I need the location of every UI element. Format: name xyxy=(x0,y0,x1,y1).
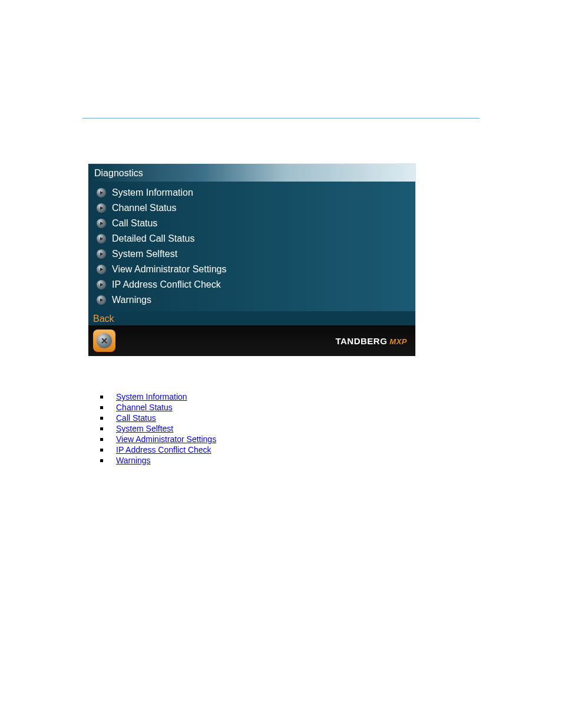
link-warnings[interactable]: Warnings xyxy=(116,455,151,466)
brand-sub: MXP xyxy=(389,337,407,346)
menu-item-label: View Administrator Settings xyxy=(112,262,226,277)
svg-marker-0 xyxy=(100,191,103,195)
menu-item-system-selftest[interactable]: System Selftest xyxy=(95,246,412,262)
links-list: System Information Channel Status Call S… xyxy=(100,391,216,466)
svg-marker-6 xyxy=(100,283,103,286)
svg-marker-4 xyxy=(100,252,103,256)
link-view-admin-settings[interactable]: View Administrator Settings xyxy=(116,434,216,444)
link-system-selftest[interactable]: System Selftest xyxy=(116,423,173,434)
link-system-information[interactable]: System Information xyxy=(116,391,187,402)
play-bullet-icon xyxy=(97,203,106,213)
play-bullet-icon xyxy=(97,234,106,243)
back-button[interactable] xyxy=(93,330,115,352)
menu-item-label: System Selftest xyxy=(112,246,177,262)
menu-item-label: IP Address Conflict Check xyxy=(112,277,221,292)
bottom-bar: TANDBERG MXP xyxy=(88,325,415,356)
panel-body: System Information Channel Status Call S… xyxy=(88,182,415,311)
panel-title: Diagnostics xyxy=(94,168,143,179)
panel-title-bar: Diagnostics xyxy=(88,164,415,182)
menu-item-warnings[interactable]: Warnings xyxy=(95,292,412,308)
list-item: IP Address Conflict Check xyxy=(100,444,216,455)
svg-marker-5 xyxy=(100,268,103,271)
square-bullet-icon xyxy=(100,406,103,409)
back-label: Back xyxy=(88,311,415,325)
link-channel-status[interactable]: Channel Status xyxy=(116,402,173,413)
brand-main: TANDBERG xyxy=(335,336,387,346)
square-bullet-icon xyxy=(100,459,103,462)
menu-item-channel-status[interactable]: Channel Status xyxy=(95,200,412,216)
list-item: View Administrator Settings xyxy=(100,434,216,444)
horizontal-rule xyxy=(82,118,480,118)
link-call-status[interactable]: Call Status xyxy=(116,413,156,423)
square-bullet-icon xyxy=(100,449,103,452)
play-bullet-icon xyxy=(97,188,106,197)
svg-marker-2 xyxy=(100,222,103,225)
play-bullet-icon xyxy=(97,219,106,228)
document-page: Diagnostics System Information Channel S… xyxy=(0,0,562,728)
svg-marker-7 xyxy=(100,298,103,302)
menu-item-system-information[interactable]: System Information xyxy=(95,185,412,200)
close-icon xyxy=(97,333,112,348)
brand-logo: TANDBERG MXP xyxy=(335,336,407,346)
square-bullet-icon xyxy=(100,438,103,441)
menu-item-label: System Information xyxy=(112,185,193,200)
play-bullet-icon xyxy=(97,295,106,305)
menu-item-call-status[interactable]: Call Status xyxy=(95,216,412,231)
svg-marker-1 xyxy=(100,206,103,210)
play-bullet-icon xyxy=(97,265,106,274)
list-item: Call Status xyxy=(100,413,216,423)
diagnostics-panel: Diagnostics System Information Channel S… xyxy=(88,164,415,354)
play-bullet-icon xyxy=(97,249,106,259)
play-bullet-icon xyxy=(97,280,106,289)
link-ip-conflict-check[interactable]: IP Address Conflict Check xyxy=(116,444,211,455)
square-bullet-icon xyxy=(100,396,103,398)
menu-item-ip-conflict-check[interactable]: IP Address Conflict Check xyxy=(95,277,412,292)
list-item: Warnings xyxy=(100,455,216,466)
menu-item-label: Call Status xyxy=(112,216,157,231)
list-item: Channel Status xyxy=(100,402,216,413)
menu-item-label: Warnings xyxy=(112,292,151,308)
square-bullet-icon xyxy=(100,427,103,430)
menu-item-view-admin-settings[interactable]: View Administrator Settings xyxy=(95,262,412,277)
menu-item-detailed-call-status[interactable]: Detailed Call Status xyxy=(95,231,412,246)
menu-item-label: Channel Status xyxy=(112,200,176,216)
menu-item-label: Detailed Call Status xyxy=(112,231,195,246)
square-bullet-icon xyxy=(100,417,103,420)
list-item: System Selftest xyxy=(100,423,216,434)
list-item: System Information xyxy=(100,391,216,402)
svg-marker-3 xyxy=(100,237,103,241)
